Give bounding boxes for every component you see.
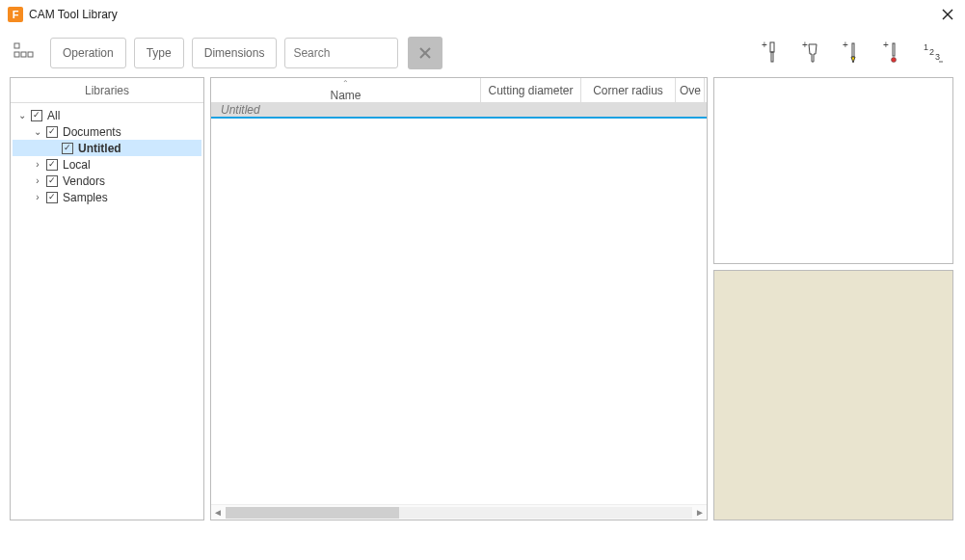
column-label: Ove [680,84,701,97]
grid-body: Untitled [211,103,707,504]
milling-tool-icon: + [761,40,782,66]
svg-text:+: + [802,40,808,50]
tree-label: Local [63,158,91,172]
checkbox-icon[interactable] [46,126,58,138]
new-probe-button[interactable]: + [882,40,903,66]
expand-icon[interactable]: › [32,175,43,186]
tool-details-panel [713,77,953,264]
svg-text:+: + [883,40,889,50]
column-cutting-diameter[interactable]: Cutting diameter [481,78,581,102]
tree-item-untitled[interactable]: Untitled [13,140,201,156]
scroll-track[interactable] [226,507,692,519]
tree-item-vendors[interactable]: › Vendors [13,173,201,189]
scroll-right-icon[interactable]: ► [693,507,707,518]
renumber-icon: 1 2 3 [923,40,944,66]
tree-item-local[interactable]: › Local [13,156,201,173]
column-headers: ⌃ Name Cutting diameter Corner radius Ov… [211,78,707,103]
app-icon: F [8,7,23,22]
svg-text:3: 3 [935,52,940,62]
holder-icon: + [801,40,822,66]
checkbox-icon[interactable] [46,192,58,203]
turning-tool-icon: + [842,40,863,66]
column-label: Cutting diameter [488,84,573,97]
tool-grid-panel: ⌃ Name Cutting diameter Corner radius Ov… [210,77,708,520]
tree-item-all[interactable]: ⌄ All [13,107,201,123]
tree-item-samples[interactable]: › Samples [13,189,201,205]
probe-icon: + [882,40,903,66]
checkbox-icon[interactable] [46,175,58,187]
collapse-icon[interactable]: ⌄ [16,110,28,120]
svg-text:+: + [843,40,848,50]
column-label: Name [330,89,361,102]
grid-icon [13,42,35,64]
svg-rect-16 [893,43,895,56]
svg-rect-4 [21,52,26,57]
horizontal-scrollbar[interactable]: ◄ ► [211,504,707,520]
sort-asc-icon: ⌃ [342,79,349,88]
spacer-icon [47,143,59,153]
group-row[interactable]: Untitled [211,103,707,119]
tree-label: Untitled [78,142,121,155]
collapse-icon[interactable]: ⌄ [32,126,43,137]
new-milling-tool-button[interactable]: + [761,40,782,66]
close-button[interactable] [936,4,959,25]
svg-rect-3 [14,52,19,57]
libraries-panel: Libraries ⌄ All ⌄ Documents Untitled › L… [10,77,204,520]
column-name[interactable]: ⌃ Name [211,78,481,102]
renumber-tools-button[interactable]: 1 2 3 [923,40,944,66]
svg-rect-2 [14,43,19,48]
filter-type-button[interactable]: Type [134,38,184,68]
tree-item-documents[interactable]: ⌄ Documents [13,123,201,140]
libraries-header: Libraries [11,78,203,103]
scroll-left-icon[interactable]: ◄ [211,507,225,518]
filter-dimensions-button[interactable]: Dimensions [192,38,278,68]
svg-rect-13 [852,43,854,57]
column-corner-radius[interactable]: Corner radius [581,78,676,102]
checkbox-icon[interactable] [62,143,73,154]
titlebar: F CAM Tool Library [0,0,965,29]
group-label: Untitled [221,103,260,117]
close-icon [942,9,953,20]
checkbox-icon[interactable] [31,110,42,121]
svg-rect-9 [770,42,774,52]
search-input[interactable] [284,38,398,68]
libraries-tree: ⌄ All ⌄ Documents Untitled › Local › [11,103,203,209]
tree-label: Samples [63,191,108,204]
right-column [713,77,953,549]
window-title: CAM Tool Library [29,8,118,21]
new-tool-icons: + + + + 1 [761,40,944,66]
tree-label: Vendors [63,174,105,188]
column-overall[interactable]: Ove [676,78,705,102]
new-turning-tool-button[interactable]: + [842,40,863,66]
x-icon [419,47,431,59]
main-content: Libraries ⌄ All ⌄ Documents Untitled › L… [0,77,965,549]
svg-text:2: 2 [929,47,934,57]
svg-text:+: + [762,40,767,50]
new-holder-button[interactable]: + [801,40,822,66]
svg-point-17 [892,58,897,63]
expand-icon[interactable]: › [32,159,43,170]
svg-point-21 [939,61,941,63]
filter-operation-button[interactable]: Operation [50,38,126,68]
view-grid-button[interactable] [13,42,35,64]
tree-label: All [47,109,60,122]
svg-rect-5 [28,52,33,57]
svg-text:1: 1 [924,42,928,52]
toolbar: Operation Type Dimensions + + + [0,29,965,77]
clear-search-button[interactable] [408,37,442,69]
svg-marker-14 [851,57,855,63]
expand-icon[interactable]: › [32,192,43,202]
checkbox-icon[interactable] [46,159,58,171]
svg-rect-10 [771,52,773,62]
tree-label: Documents [63,125,121,139]
svg-point-22 [941,61,943,63]
tool-preview-panel [713,270,953,520]
column-label: Corner radius [593,84,663,97]
scroll-thumb[interactable] [226,507,399,519]
